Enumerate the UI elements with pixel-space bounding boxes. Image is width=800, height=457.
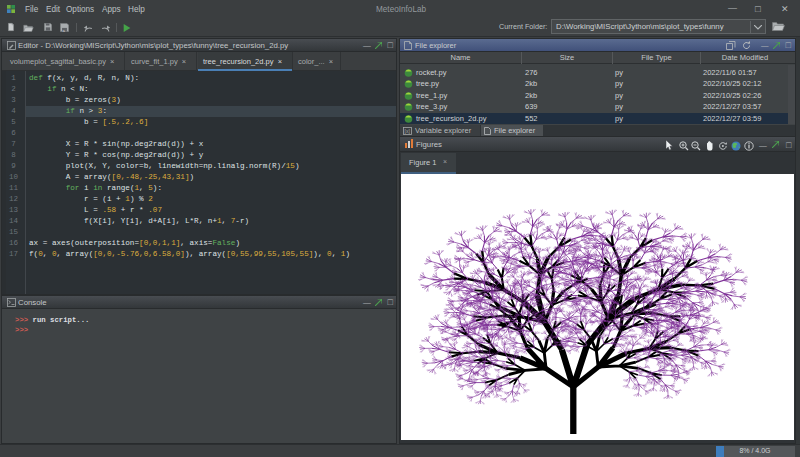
svg-text:[x]: [x] [405,128,411,134]
